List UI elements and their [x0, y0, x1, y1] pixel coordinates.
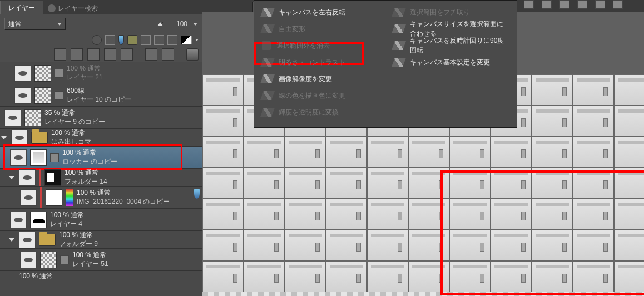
lock-icon[interactable] [127, 35, 137, 45]
layer-row[interactable]: 35 % 通常 レイヤー 9 のコピー [0, 107, 202, 129]
tool-icon[interactable] [559, 0, 569, 9]
menu-item-canvas-settings[interactable]: キャンバス基本設定を変更 [385, 54, 517, 71]
blend-mode-dropdown[interactable]: 通常 [4, 18, 66, 30]
layer-thumb [30, 149, 47, 166]
visibility-toggle[interactable] [19, 232, 36, 248]
color-swatch-icon[interactable] [181, 36, 192, 44]
layer-row-selected[interactable]: 100 % 通常 ロッカー のコピー [0, 147, 202, 169]
action-icon [260, 58, 275, 67]
visibility-toggle[interactable] [10, 149, 27, 166]
tool-icon[interactable] [613, 0, 623, 9]
menu-item-label: 輝度を透明度に変換 [279, 108, 339, 117]
menu-item-rotate-90-ccw[interactable]: キャンバスを反時計回りに90度回転 [385, 37, 517, 54]
menu-item-flip-horizontal[interactable]: キャンバスを左右反転 [254, 4, 385, 21]
action-icon [392, 41, 406, 50]
trash-icon[interactable] [186, 48, 199, 61]
mask-mini-icon [60, 255, 69, 264]
menu-item-change-resolution[interactable]: 画像解像度を変更 [254, 71, 385, 87]
layer-folder-row[interactable]: 100 % 通常 フォルダー 14 [0, 169, 202, 187]
tool-icon[interactable] [595, 0, 605, 9]
mask-mini-icon [50, 153, 59, 162]
mask-icon[interactable] [145, 48, 157, 61]
disclosure-open-icon[interactable] [1, 136, 7, 139]
extra-icon[interactable] [167, 35, 177, 45]
layer-name: ロッカー のコピー [62, 158, 117, 167]
menu-item-fit-canvas-to-selection[interactable]: キャンバスサイズを選択範囲に合わせる [385, 21, 517, 37]
menu-item-label: キャンバス基本設定を変更 [410, 58, 490, 67]
menu-item-label: 画像解像度を変更 [279, 74, 332, 84]
visibility-toggle[interactable] [14, 87, 31, 104]
layer-name: レイヤー 10 のコピー [67, 96, 131, 104]
folder-thumb [31, 132, 48, 144]
layer-folder-row[interactable]: 100 % 通常 はみ出しコマ [0, 129, 202, 147]
layer-name: はみ出しコマ [51, 138, 91, 147]
visibility-toggle[interactable] [14, 65, 31, 82]
menu-item-free-transform: 自由変形 [254, 21, 385, 37]
tool-icon[interactable] [577, 0, 587, 9]
disclosure-open-icon[interactable] [9, 238, 14, 242]
layer-row[interactable]: 100 % 通常 レイヤー 4 [0, 209, 202, 231]
canvas-area: a キャンバスを左右反転 自由変形 選択範囲外を消去 [202, 0, 644, 296]
new-layer-alt-icon[interactable] [87, 48, 100, 61]
menu-item-label: キャンバスを左右反転 [279, 8, 345, 17]
visibility-toggle[interactable] [4, 109, 21, 126]
lock-alpha-icon[interactable] [141, 35, 151, 45]
menu-item-selection-border: 選択範囲をフチ取り [385, 4, 517, 21]
layer-opacity-label: 35 % 通常 [44, 109, 105, 118]
transfer-icon[interactable] [104, 48, 116, 61]
chevron-down-icon[interactable] [193, 23, 197, 26]
visibility-toggle[interactable] [20, 189, 37, 206]
action-icon [260, 74, 275, 83]
layer-opacity-label: 100 % 通常 [19, 272, 53, 281]
visibility-toggle[interactable] [10, 212, 27, 228]
menu-item-clear-outside-selection: 選択範囲外を消去 [254, 37, 385, 54]
new-layer-icon[interactable] [54, 48, 66, 61]
tab-layer-search-label: レイヤー検索 [58, 4, 98, 13]
layer-folder-row[interactable]: 100 % 通常 フォルダー 9 [0, 231, 202, 249]
context-menu: キャンバスを左右反転 自由変形 選択範囲外を消去 明るさ・コントラスト 画像解像… [254, 0, 517, 128]
slider-thumb-icon [157, 22, 163, 26]
layer-opacity-label: 100 % 通常 [51, 129, 91, 138]
new-folder-icon[interactable] [71, 48, 83, 61]
mask-mode-icon[interactable] [92, 35, 102, 45]
apply-mask-icon[interactable] [162, 48, 174, 61]
menu-item-brightness-to-opacity: 輝度を透明度に変換 [254, 104, 385, 121]
layer-opacity-label: 100 % 通常 [59, 231, 98, 240]
merge-icon[interactable] [121, 48, 133, 61]
search-icon [48, 4, 56, 12]
layer-row[interactable]: 100 % 通常 レイヤー 51 [0, 249, 202, 271]
visibility-toggle[interactable] [19, 169, 36, 186]
reference-icon[interactable] [154, 35, 164, 45]
opacity-value[interactable]: 100 [166, 20, 190, 28]
layer-opacity-label: 100 % 通常 [67, 64, 103, 73]
mask-mini-icon [55, 69, 63, 78]
layer-row[interactable]: 100 % 通常 IMG_20161220_0004 のコピー [0, 187, 202, 209]
disclosure-open-icon[interactable] [9, 176, 14, 179]
layer-row[interactable]: 100 % 通常 [0, 271, 202, 282]
tool-icon[interactable] [542, 0, 552, 9]
layer-row[interactable]: 100 % 通常 レイヤー 21 [0, 62, 202, 84]
layer-name: IMG_20161220_0004 のコピー [77, 198, 170, 207]
menu-item-line-color-to-drawing: 線の色を描画色に変更 [254, 87, 385, 104]
clip-icon[interactable] [105, 35, 115, 45]
layer-row[interactable]: 600線 レイヤー 10 のコピー [0, 84, 202, 107]
action-icon [392, 8, 406, 17]
action-icon [260, 91, 275, 100]
blend-mode-bar: 通常 100 [0, 14, 202, 33]
tool-icon[interactable] [524, 0, 534, 9]
menu-item-label: キャンバスを反時計回りに90度回転 [410, 36, 509, 55]
layer-thumb [34, 65, 51, 82]
chevron-down-icon[interactable] [195, 39, 199, 41]
folder-thumb [44, 169, 61, 186]
panel-tabs: レイヤー レイヤー検索 [0, 0, 202, 14]
draft-pen-icon[interactable] [118, 35, 124, 45]
visibility-toggle[interactable] [20, 252, 37, 268]
chevron-down-icon [57, 23, 62, 26]
tab-layer-search[interactable]: レイヤー検索 [43, 1, 102, 14]
action-icon [392, 58, 406, 67]
layer-thumb [46, 189, 62, 206]
tab-layers[interactable]: レイヤー [0, 1, 43, 14]
visibility-toggle[interactable] [11, 129, 28, 146]
action-icon [262, 41, 271, 50]
layer-list: 100 % 通常 レイヤー 21 600線 レイヤー 10 のコピー 35 % … [0, 62, 202, 296]
